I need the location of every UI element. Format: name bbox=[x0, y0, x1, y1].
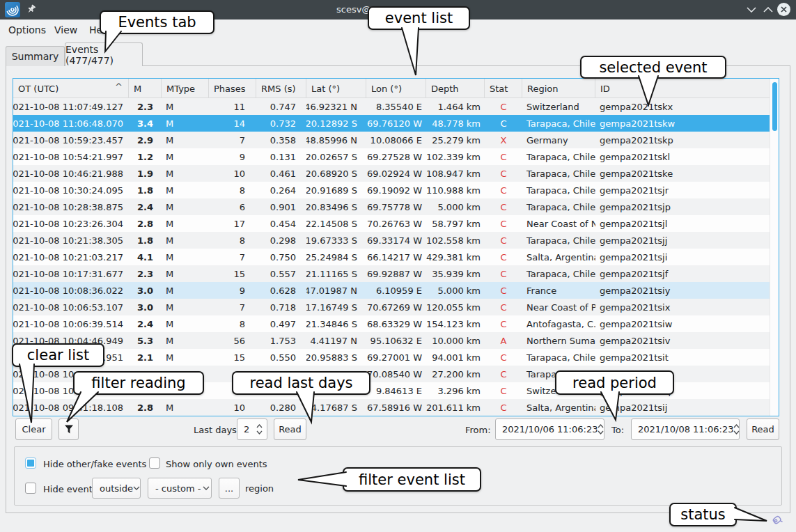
funnel-icon bbox=[63, 424, 75, 435]
cell-rms: 0.298 bbox=[256, 232, 306, 249]
cell-rms: 1.753 bbox=[256, 332, 306, 349]
cell-lat: 20.12892 S bbox=[306, 115, 366, 132]
last-days-spinbox[interactable]: 2 bbox=[237, 418, 267, 440]
cell-m: 2.8 bbox=[129, 399, 162, 416]
hide-events-checkbox[interactable] bbox=[25, 483, 36, 494]
vertical-scrollbar[interactable] bbox=[770, 79, 779, 416]
cell-mtype: M bbox=[162, 148, 209, 165]
cell-stat: C bbox=[485, 198, 522, 215]
cell-mtype: M bbox=[162, 282, 209, 299]
to-datetime-field[interactable]: 2021/10/08 11:06:23 bbox=[631, 418, 740, 440]
to-datetime-value: 2021/10/08 11:06:23 bbox=[632, 424, 733, 435]
cell-rms: 0.454 bbox=[256, 215, 306, 232]
cell-region: Tarapaca, Chile bbox=[522, 148, 595, 165]
event-row[interactable]: 2021-10-08 11:07:49.127 2.3 M 11 0.747 4… bbox=[13, 98, 770, 115]
event-row[interactable]: 2021-10-08 10:30:24.095 1.8 M 8 0.264 20… bbox=[13, 182, 770, 198]
column-header-rms[interactable]: RMS (s) bbox=[256, 79, 306, 98]
cell-m: 1.8 bbox=[129, 232, 162, 249]
event-row[interactable]: 2021-10-08 10:08:36.022 3.0 M 9 0.628 47… bbox=[13, 282, 770, 299]
cell-mtype: M bbox=[162, 215, 209, 232]
event-row[interactable]: 2021-10-08 10:54:21.997 1.2 M 9 0.131 20… bbox=[13, 148, 770, 165]
cell-region: Northern Suma... bbox=[522, 332, 595, 349]
cell-stat: C bbox=[485, 115, 522, 132]
spin-up-icon[interactable] bbox=[598, 424, 604, 428]
spin-down-icon[interactable] bbox=[598, 430, 604, 435]
event-row[interactable]: 2021-10-08 10:21:38.305 1.8 M 8 0.298 19… bbox=[13, 232, 770, 249]
column-header-lat[interactable]: Lat (°) bbox=[306, 79, 366, 98]
cell-id: gempa2021tsij bbox=[595, 399, 770, 416]
close-button[interactable] bbox=[777, 3, 790, 16]
last-days-label: Last days: bbox=[194, 425, 240, 435]
event-row[interactable]: 2021-10-08 10:28:38.875 2.4 M 6 0.901 20… bbox=[13, 198, 770, 215]
pin-icon[interactable] bbox=[26, 3, 37, 17]
cell-ot: 2021-10-08 10:06:39.514 bbox=[13, 315, 129, 332]
cell-phases: 9 bbox=[209, 148, 256, 165]
read-last-days-button[interactable]: Read bbox=[274, 418, 306, 440]
clear-button[interactable]: Clear bbox=[15, 418, 52, 440]
hide-other-fake-events-label: Hide other/fake events bbox=[43, 459, 146, 469]
cell-depth: 27.200 km bbox=[426, 366, 485, 382]
column-header-id[interactable]: ID bbox=[595, 79, 770, 98]
event-row[interactable]: 2021-10-08 09:41:18.108 2.8 M 10 0.280 2… bbox=[13, 399, 770, 416]
cell-ot: 2021-10-08 10:17:31.677 bbox=[13, 265, 129, 282]
cell-phases: 10 bbox=[209, 165, 256, 182]
spin-up-icon[interactable] bbox=[256, 424, 263, 428]
event-row[interactable]: 2021-10-08 11:06:48.070 3.4 M 14 0.732 2… bbox=[13, 115, 770, 132]
cell-depth: 5.000 km bbox=[426, 282, 485, 299]
cell-mtype: M bbox=[162, 299, 209, 315]
from-datetime-field[interactable]: 2021/10/06 11:06:23 bbox=[495, 418, 604, 440]
column-header-mtype[interactable]: MType bbox=[162, 79, 209, 98]
maximize-button[interactable] bbox=[762, 3, 774, 16]
cell-ot: 2021-10-08 10:30:24.095 bbox=[13, 182, 129, 198]
spin-down-icon[interactable] bbox=[256, 430, 263, 435]
event-row[interactable]: 2021-10-08 10:59:23.457 2.9 M 7 0.358 48… bbox=[13, 132, 770, 148]
tab-events[interactable]: Events (477/477) bbox=[65, 42, 143, 66]
event-row[interactable]: 2021-10-08 10:03:43.951 2.1 M 15 0.550 2… bbox=[13, 349, 770, 366]
cell-phases: 8 bbox=[209, 232, 256, 249]
tab-summary[interactable]: Summary bbox=[6, 46, 65, 66]
spin-up-icon[interactable] bbox=[733, 424, 740, 428]
event-row[interactable]: 2021-10-08 10:06:53.107 3.0 M 7 0.718 17… bbox=[13, 299, 770, 315]
scrollbar-thumb[interactable] bbox=[772, 82, 777, 131]
hide-events-mode-dropdown[interactable]: outside bbox=[92, 478, 141, 499]
cell-phases: 11 bbox=[209, 98, 256, 115]
cell-ot: 2021-10-08 10:08:36.022 bbox=[13, 282, 129, 299]
event-row[interactable]: 2021-10-08 10:06:39.514 2.4 M 8 0.497 21… bbox=[13, 315, 770, 332]
minimize-button[interactable] bbox=[745, 3, 758, 16]
column-header-depth[interactable]: Depth bbox=[426, 79, 485, 98]
event-row[interactable]: 2021-10-08 10:21:03.217 4.1 M 7 0.750 25… bbox=[13, 249, 770, 265]
column-header-stat[interactable]: Stat bbox=[485, 79, 522, 98]
column-header-lon[interactable]: Lon (°) bbox=[366, 79, 426, 98]
filter-reading-button[interactable] bbox=[58, 418, 79, 440]
cell-region: Germany bbox=[522, 132, 595, 148]
event-row[interactable]: 2021-10-08 10:04:46.949 5.3 M 56 1.753 4… bbox=[13, 332, 770, 349]
connection-status-icon[interactable] bbox=[770, 513, 784, 527]
cell-ot: 2021-10-08 10:21:38.305 bbox=[13, 232, 129, 249]
column-header-m[interactable]: M bbox=[129, 79, 162, 98]
cell-stat: C bbox=[485, 148, 522, 165]
column-header-region[interactable]: Region bbox=[522, 79, 595, 98]
event-row[interactable]: 2021-10-08 10:23:26.304 2.8 M 17 0.454 2… bbox=[13, 215, 770, 232]
column-header-ot[interactable]: OT (UTC) ^ bbox=[13, 79, 129, 98]
hide-other-fake-events-checkbox[interactable] bbox=[25, 457, 36, 469]
spin-down-icon[interactable] bbox=[733, 430, 740, 435]
cell-id: gempa2021tsiy bbox=[595, 282, 770, 299]
cell-rms: 0.901 bbox=[256, 198, 306, 215]
cell-m: 2.4 bbox=[129, 198, 162, 215]
menu-view[interactable]: View bbox=[54, 24, 77, 36]
cell-stat: C bbox=[485, 315, 522, 332]
read-period-button[interactable]: Read bbox=[747, 418, 779, 440]
cell-m: 2.1 bbox=[129, 349, 162, 366]
cell-ot: 2021-10-08 10:46:21.988 bbox=[13, 165, 129, 182]
show-only-own-events-checkbox[interactable] bbox=[149, 457, 160, 469]
region-preset-dropdown[interactable]: - custom - bbox=[148, 478, 212, 499]
column-header-phases[interactable]: Phases bbox=[209, 79, 256, 98]
event-row[interactable]: 2021-10-08 10:46:21.988 1.9 M 10 0.461 2… bbox=[13, 165, 770, 182]
cell-lon: 69.92887 W bbox=[366, 265, 426, 282]
cell-ot: 2021-10-08 10:21:03.217 bbox=[13, 249, 129, 265]
event-row[interactable]: 2021-10-08 10:17:31.677 2.3 M 15 0.557 2… bbox=[13, 265, 770, 282]
cell-stat: C bbox=[485, 98, 522, 115]
menu-options[interactable]: Options bbox=[8, 24, 46, 36]
region-browse-button[interactable]: ... bbox=[219, 478, 240, 499]
cell-rms: 0.628 bbox=[256, 282, 306, 299]
